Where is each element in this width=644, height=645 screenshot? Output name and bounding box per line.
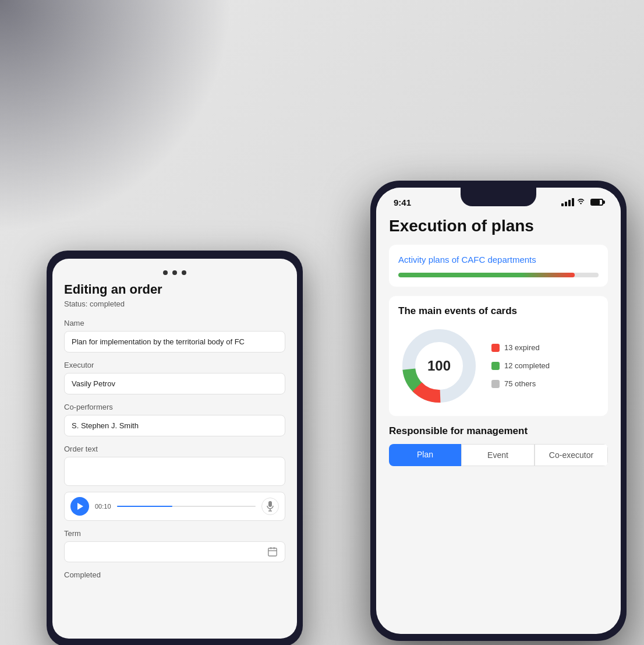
legend-item-completed: 12 completed — [491, 361, 550, 370]
ios-time: 9:41 — [394, 198, 411, 207]
legend-label-others: 75 others — [504, 379, 536, 388]
svg-rect-3 — [268, 548, 277, 556]
order-text-input[interactable] — [64, 457, 285, 486]
ios-screen: 9:41 — [376, 188, 621, 634]
android-status-text: Status: completed — [64, 299, 285, 308]
mic-button[interactable] — [261, 498, 279, 515]
tab-row: Plan Event Co-executor — [389, 444, 608, 466]
ios-phone: 9:41 — [370, 181, 627, 641]
events-card-title: The main events of cards — [398, 305, 599, 317]
signal-bars — [561, 198, 574, 206]
tab-event[interactable]: Event — [461, 444, 535, 466]
ios-phone-inner: 9:41 — [375, 186, 622, 635]
android-phone-inner: Editing an order Status: completed Name … — [51, 258, 298, 640]
events-content: 100 13 expired 12 completed — [398, 325, 599, 407]
play-button[interactable] — [70, 497, 89, 516]
background-corner — [0, 0, 233, 233]
executor-input[interactable]: Vasily Petrov — [64, 373, 285, 394]
tab-co-executor[interactable]: Co-executor — [535, 444, 608, 466]
bar2 — [565, 202, 567, 206]
events-card: The main events of cards — [389, 296, 608, 416]
progress-bar-fill — [398, 273, 575, 277]
android-camera-row — [64, 270, 285, 275]
svg-point-7 — [580, 203, 581, 204]
audio-player: 00:10 — [64, 492, 285, 521]
completed-label: Completed — [64, 570, 285, 579]
legend-dot-expired — [491, 344, 500, 352]
calendar-icon — [267, 547, 278, 557]
legend-item-others: 75 others — [491, 379, 550, 388]
android-screen: Editing an order Status: completed Name … — [52, 259, 297, 639]
legend-dot-others — [491, 380, 500, 388]
legend-label-expired: 13 expired — [504, 343, 540, 352]
activity-card: Activity plans of CAFC departments — [389, 245, 608, 287]
order-text-label: Order text — [64, 445, 285, 453]
legend-item-expired: 13 expired — [491, 343, 550, 352]
play-icon — [77, 503, 83, 510]
ios-page-title: Execution of plans — [389, 217, 608, 235]
android-speaker-dot — [172, 270, 177, 275]
ios-notch — [461, 188, 536, 206]
legend-dot-completed — [491, 362, 500, 370]
name-label: Name — [64, 319, 285, 327]
bar4 — [572, 198, 574, 206]
ios-content: Execution of plans Activity plans of CAF… — [376, 217, 621, 634]
android-camera-dot — [163, 270, 168, 275]
svg-rect-0 — [268, 501, 272, 507]
ios-status-bar: 9:41 — [376, 188, 621, 217]
donut-center-value: 100 — [427, 358, 451, 374]
term-input[interactable] — [64, 541, 285, 562]
name-input[interactable]: Plan for implementation by the territori… — [64, 331, 285, 353]
ios-status-icons — [561, 198, 603, 207]
audio-time: 00:10 — [95, 503, 111, 510]
android-page-title: Editing an order — [64, 282, 285, 297]
android-sensor-dot — [182, 270, 186, 275]
responsible-section: Responsible for management Plan Event Co… — [389, 425, 608, 466]
mic-icon — [266, 501, 274, 512]
battery-icon — [590, 199, 603, 206]
battery-fill — [592, 200, 600, 205]
responsible-title: Responsible for management — [389, 425, 608, 437]
audio-progress-bar[interactable] — [117, 506, 256, 507]
bar1 — [561, 203, 564, 206]
bar3 — [568, 200, 571, 206]
activity-card-title: Activity plans of CAFC departments — [398, 254, 599, 266]
tab-plan[interactable]: Plan — [389, 444, 461, 466]
wifi-icon — [578, 198, 587, 207]
executor-label: Executor — [64, 361, 285, 369]
legend-label-completed: 12 completed — [504, 361, 550, 370]
android-phone: Editing an order Status: completed Name … — [47, 251, 303, 645]
donut-chart: 100 — [398, 325, 480, 407]
progress-bar — [398, 273, 599, 277]
donut-legend: 13 expired 12 completed 75 others — [491, 343, 550, 388]
term-label: Term — [64, 529, 285, 538]
co-performers-input[interactable]: S. Stephen J. Smith — [64, 415, 285, 436]
co-performers-label: Co-performers — [64, 403, 285, 411]
audio-progress-fill — [117, 506, 172, 507]
